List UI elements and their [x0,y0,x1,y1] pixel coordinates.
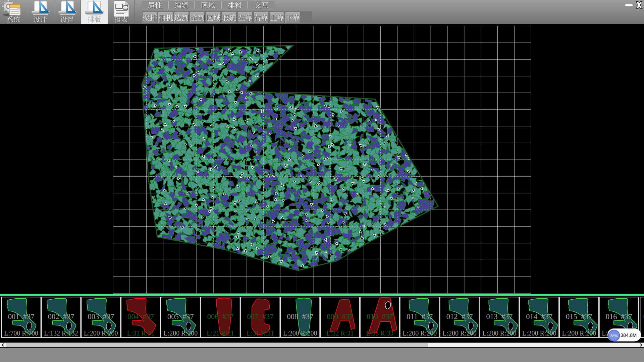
svg-text:L:21 R:21: L:21 R:21 [207,329,234,337]
svg-text:010_#37: 010_#37 [367,312,393,321]
svg-text:L:200 R:200: L:200 R:200 [84,329,118,337]
svg-text:L:200 R:200: L:200 R:200 [522,329,556,337]
svg-text:016_#37: 016_#37 [606,312,632,321]
svg-text:384.8M: 384.8M [621,333,637,338]
svg-text:L:32 R:31: L:32 R:31 [326,329,354,337]
svg-text:005_#37: 005_#37 [167,312,194,321]
svg-text:L:200 R:200: L:200 R:200 [562,329,596,337]
svg-text:002_#37: 002_#37 [48,312,74,321]
svg-text:L:31 R:31: L:31 R:31 [127,329,155,337]
svg-text:001_#37: 001_#37 [8,312,35,321]
svg-text:004_#37: 004_#37 [127,312,154,321]
svg-text:014_#37: 014_#37 [526,312,552,321]
svg-text:L:200 R:200: L:200 R:200 [402,329,437,337]
svg-text:38%: 38% [610,334,618,338]
svg-text:006_#37: 006_#37 [207,312,234,321]
svg-text:003_#37: 003_#37 [88,312,114,321]
svg-text:007_#37: 007_#37 [247,312,274,321]
svg-text:L:200 R:200: L:200 R:200 [482,329,517,337]
svg-text:L:200 R:200: L:200 R:200 [283,329,317,337]
svg-text:011_#37: 011_#37 [407,312,433,321]
svg-text:015_#37: 015_#37 [566,312,592,321]
svg-text:L:700 R:700: L:700 R:700 [4,329,38,337]
svg-text:009_#37: 009_#37 [327,312,353,321]
svg-text:L:31 R:31: L:31 R:31 [247,329,274,337]
svg-text:013_#37: 013_#37 [486,312,513,321]
svg-text:L:132 R:132: L:132 R:132 [44,329,78,337]
svg-text:L:200 R:200: L:200 R:200 [164,329,198,337]
svg-text:L:33 R:33: L:33 R:33 [366,329,394,337]
svg-text:012_#37: 012_#37 [446,312,473,321]
svg-text:008_#37: 008_#37 [287,312,313,321]
svg-text:L:200 R:200: L:200 R:200 [442,329,477,337]
